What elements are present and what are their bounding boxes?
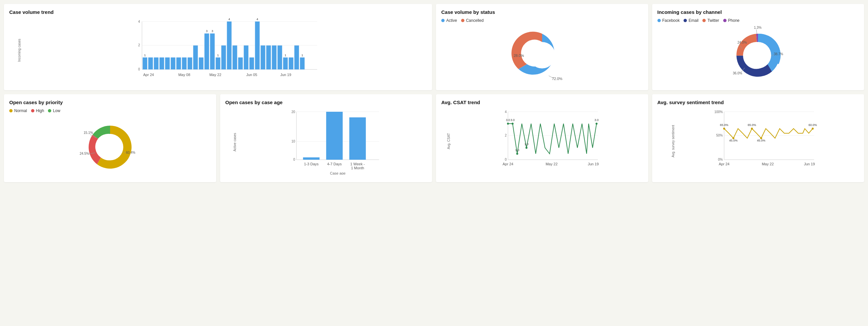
open-by-priority-card: Open cases by priority Normal High Low xyxy=(4,94,216,182)
svg-text:4: 4 xyxy=(505,110,507,114)
svg-text:24.5%: 24.5% xyxy=(80,152,89,155)
svg-rect-11 xyxy=(160,58,164,69)
svg-rect-77 xyxy=(303,157,319,160)
twitter-dot xyxy=(703,19,706,22)
svg-text:4: 4 xyxy=(228,18,230,21)
svg-rect-35 xyxy=(267,46,271,70)
svg-text:0: 0 xyxy=(505,158,507,161)
svg-text:15.1%: 15.1% xyxy=(84,131,93,135)
legend-email: Email xyxy=(684,18,699,23)
svg-rect-19 xyxy=(205,33,209,69)
svg-text:May 22: May 22 xyxy=(546,162,558,166)
priority-donut-container: 60.4% 24.5% 15.1% xyxy=(9,116,211,177)
svg-rect-18 xyxy=(199,58,204,69)
case-volume-trend-chart: Incoming cases 0 2 4 1 xyxy=(9,18,427,82)
active-label: Active xyxy=(446,18,457,23)
facebook-dot xyxy=(657,19,661,22)
svg-point-120 xyxy=(811,128,813,129)
svg-text:Apr 24: Apr 24 xyxy=(503,162,513,166)
svg-text:4: 4 xyxy=(138,20,140,24)
svg-text:1.0: 1.0 xyxy=(524,143,529,146)
svg-text:65.0%: 65.0% xyxy=(747,123,756,127)
svg-text:Apr 24: Apr 24 xyxy=(719,162,729,166)
sentiment-chart: Avg. survey sentiment 0% 50% 100% 65.0% xyxy=(657,109,859,174)
incoming-by-channel-card: Incoming cases by channel Facebook Email… xyxy=(652,4,864,90)
legend-low: Low xyxy=(48,109,60,113)
svg-text:65.0%: 65.0% xyxy=(720,123,728,127)
legend-active: Active xyxy=(441,18,457,23)
svg-rect-16 xyxy=(188,58,192,69)
svg-rect-31 xyxy=(250,58,254,69)
email-dot xyxy=(684,19,687,22)
high-dot xyxy=(31,109,34,112)
svg-text:May 22: May 22 xyxy=(209,73,221,77)
svg-rect-41 xyxy=(294,46,299,70)
svg-text:20: 20 xyxy=(291,110,295,114)
legend-normal: Normal xyxy=(9,109,27,113)
svg-text:0: 0 xyxy=(293,158,295,161)
svg-text:1: 1 xyxy=(217,54,219,57)
svg-rect-23 xyxy=(216,58,220,69)
svg-rect-15 xyxy=(182,58,187,69)
channel-donut-svg: 38.7% 36.0% 24.0% 1.3% xyxy=(725,26,791,85)
svg-text:3: 3 xyxy=(212,29,213,33)
sentiment-svg: 0% 50% 100% 65.0% 45.0% 65.0% 45.0% 60.0… xyxy=(670,109,859,173)
avg-survey-sentiment-title: Avg. survey sentiment trend xyxy=(657,99,859,105)
svg-point-63 xyxy=(97,134,123,160)
svg-text:3.0: 3.0 xyxy=(510,118,515,122)
svg-text:2: 2 xyxy=(505,134,507,137)
svg-text:Jun 19: Jun 19 xyxy=(804,162,815,166)
sentiment-y-label: Avg. survey sentiment xyxy=(671,125,675,157)
svg-text:0: 0 xyxy=(138,67,140,71)
svg-point-92 xyxy=(507,123,509,125)
svg-point-54 xyxy=(745,42,771,68)
svg-rect-7 xyxy=(143,58,148,69)
svg-rect-30 xyxy=(244,46,249,70)
svg-text:Jun 19: Jun 19 xyxy=(588,162,599,166)
high-label: High xyxy=(36,109,44,113)
priority-legend: Normal High Low xyxy=(9,109,211,113)
status-donut-container: 28.0% 72.0% xyxy=(441,26,643,85)
svg-text:4: 4 xyxy=(256,18,258,21)
cancelled-dot xyxy=(461,19,464,22)
low-label: Low xyxy=(53,109,60,113)
case-volume-by-status-title: Case volume by status xyxy=(441,9,643,15)
channel-legend: Facebook Email Twitter Phone xyxy=(657,18,859,23)
case-volume-trend-card: Case volume trend Incoming cases 0 2 4 1 xyxy=(4,4,432,90)
svg-text:May 22: May 22 xyxy=(762,162,773,166)
incoming-by-channel-title: Incoming cases by channel xyxy=(657,9,859,15)
svg-text:60.0%: 60.0% xyxy=(808,123,817,127)
svg-rect-25 xyxy=(221,46,226,70)
facebook-label: Facebook xyxy=(662,18,680,23)
svg-text:1.0: 1.0 xyxy=(515,148,519,152)
svg-rect-17 xyxy=(193,46,198,70)
normal-label: Normal xyxy=(14,109,27,113)
svg-point-116 xyxy=(751,128,753,129)
svg-text:45.0%: 45.0% xyxy=(729,139,738,142)
avg-survey-sentiment-card: Avg. survey sentiment trend Avg. survey … xyxy=(652,94,864,182)
cancelled-label: Cancelled xyxy=(466,18,484,23)
svg-rect-42 xyxy=(300,58,305,69)
svg-rect-26 xyxy=(227,22,232,69)
svg-rect-14 xyxy=(177,58,181,69)
svg-rect-12 xyxy=(165,58,170,69)
svg-text:Jun 05: Jun 05 xyxy=(246,73,257,77)
phone-dot xyxy=(723,19,726,22)
svg-text:10: 10 xyxy=(291,140,295,143)
legend-facebook: Facebook xyxy=(657,18,680,23)
svg-point-96 xyxy=(516,153,518,155)
svg-rect-29 xyxy=(238,58,243,69)
open-by-case-age-title: Open cases by case age xyxy=(225,99,427,105)
svg-rect-79 xyxy=(349,117,366,160)
svg-text:1: 1 xyxy=(144,54,146,57)
svg-text:24.0%: 24.0% xyxy=(738,41,747,44)
svg-rect-38 xyxy=(283,58,288,69)
svg-point-94 xyxy=(512,123,514,125)
svg-text:45.0%: 45.0% xyxy=(756,139,765,142)
dashboard: Case volume trend Incoming cases 0 2 4 1 xyxy=(4,4,864,182)
case-volume-by-status-card: Case volume by status Active Cancelled xyxy=(436,4,648,90)
svg-text:Case age: Case age xyxy=(330,171,345,175)
svg-text:3: 3 xyxy=(206,29,208,33)
open-by-case-age-card: Open cases by case age Active cases 0 10… xyxy=(220,94,432,182)
svg-text:1-3 Days: 1-3 Days xyxy=(304,162,319,166)
